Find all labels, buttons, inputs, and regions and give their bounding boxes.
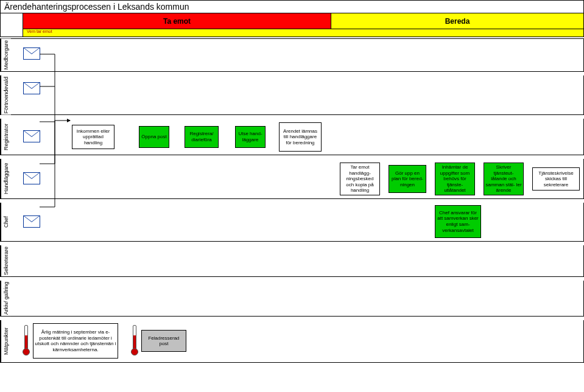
lane-registrator: Inkommen eller upprättad handling Öppna … xyxy=(11,119,583,155)
lane-fortroendevald xyxy=(11,75,583,115)
page-title: Ärendehanteringsprocessen i Leksands kom… xyxy=(0,0,584,13)
lane-label-medborgare: Medborgare xyxy=(1,39,11,71)
lane-label-handlaggare: Handläggare xyxy=(1,159,11,198)
box-chef-ansvarar: Chef ansvarar för att samverkan sker enl… xyxy=(435,205,481,238)
lane-label-matpunkter: Mätpunkter xyxy=(1,320,11,362)
lane-sekreterare xyxy=(11,245,583,276)
box-inhamtar: Inhämtar de uppgifter som behövs för tjä… xyxy=(435,163,475,195)
lane-chef: Chef ansvarar för att samverkan sker enl… xyxy=(11,203,583,241)
lane-label-chef: Chef xyxy=(1,203,11,241)
lane-label-registrator: Registrator xyxy=(1,119,11,155)
lane-handlaggare: Tar emot handlägg- ningsbesked och kopia… xyxy=(11,159,583,198)
vem-tar-emot-label: Vem tar emot xyxy=(23,29,583,37)
box-feladresserad: Feladresserad post xyxy=(141,330,186,352)
envelope-icon xyxy=(23,130,40,142)
box-inkommen: Inkommen eller upprättad handling xyxy=(72,125,114,149)
lane-label-arkiv: Arkiv/ gallring xyxy=(1,281,11,316)
lane-matpunkter: Årlig mätning i september via e-postenkä… xyxy=(11,320,583,362)
box-registrera: Registrera/ diarieföra xyxy=(185,126,219,148)
lane-arkiv xyxy=(11,281,583,316)
phase-bereda: Bereda xyxy=(331,13,583,29)
box-gor-upp: Gör upp en plan för bered- ningen xyxy=(389,165,426,193)
lane-label-sekreterare: Sekreterare xyxy=(1,245,11,276)
envelope-icon xyxy=(23,47,40,60)
thermometer-icon xyxy=(132,325,136,355)
lane-medborgare xyxy=(11,39,583,71)
envelope-icon xyxy=(23,172,40,184)
box-skriver: Skriver tjänsteut- låtande och samman st… xyxy=(484,163,524,195)
box-oppna-post: Öppna post xyxy=(139,126,169,148)
envelope-icon xyxy=(23,215,40,228)
thermometer-icon xyxy=(23,325,28,355)
box-arendet-lamnas: Ärendet lämnas till handläggare för bere… xyxy=(279,122,322,152)
box-tar-emot: Tar emot handlägg- ningsbesked och kopia… xyxy=(340,163,380,195)
box-utse: Utse hand- läggare xyxy=(235,126,266,148)
phase-ta-emot: Ta emot xyxy=(23,13,331,29)
box-tjansteskrivelse: Tjänsteskrivelse skickas till sekreterar… xyxy=(532,167,580,191)
envelope-icon xyxy=(23,82,40,94)
lane-label-fortroendevald: Förtroendevald xyxy=(1,75,11,115)
box-arlig-matning: Årlig mätning i september via e-postenkä… xyxy=(33,323,118,359)
phase-header: Ta emot Bereda Vem tar emot xyxy=(0,13,584,37)
